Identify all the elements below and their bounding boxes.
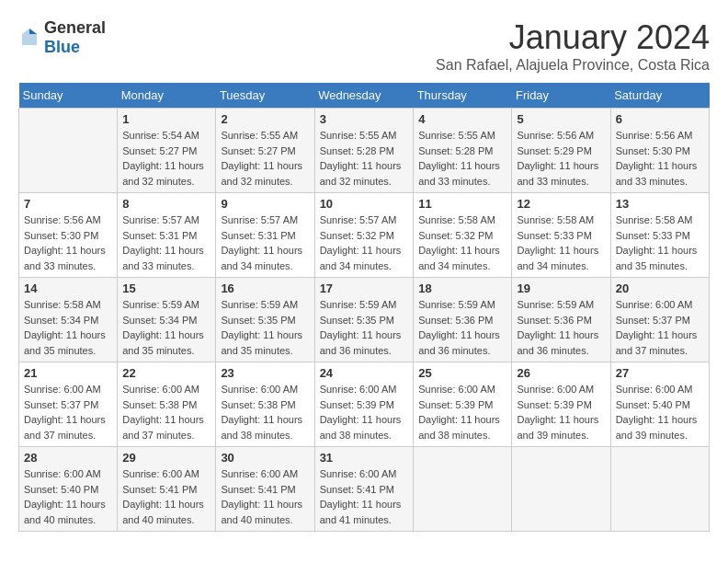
day-cell: 15 Sunrise: 5:59 AM Sunset: 5:34 PM Dayl…: [118, 278, 216, 362]
daylight: Daylight: 11 hours and 36 minutes.: [320, 329, 402, 356]
title-area: January 2024 San Rafael, Alajuela Provin…: [436, 18, 710, 74]
sunrise: Sunrise: 6:00 AM: [221, 468, 298, 479]
day-cell: 10 Sunrise: 5:57 AM Sunset: 5:32 PM Dayl…: [314, 193, 414, 278]
day-number: 21: [24, 366, 112, 380]
calendar-body: 1 Sunrise: 5:54 AM Sunset: 5:27 PM Dayli…: [19, 109, 710, 532]
sunrise: Sunrise: 6:00 AM: [616, 299, 693, 310]
day-cell: 22 Sunrise: 6:00 AM Sunset: 5:38 PM Dayl…: [118, 362, 216, 447]
sunset: Sunset: 5:30 PM: [24, 230, 98, 241]
sunrise: Sunrise: 5:59 AM: [122, 299, 199, 310]
daylight: Daylight: 11 hours and 33 minutes.: [122, 245, 204, 271]
daylight: Daylight: 11 hours and 38 minutes.: [221, 414, 302, 441]
sunset: Sunset: 5:41 PM: [122, 484, 197, 495]
sunset: Sunset: 5:35 PM: [221, 315, 295, 326]
day-info: Sunrise: 5:59 AM Sunset: 5:36 PM Dayligh…: [517, 297, 605, 358]
day-info: Sunrise: 6:00 AM Sunset: 5:38 PM Dayligh…: [122, 382, 210, 442]
day-number: 13: [616, 197, 704, 211]
day-info: Sunrise: 6:00 AM Sunset: 5:41 PM Dayligh…: [122, 466, 210, 527]
sunrise: Sunrise: 5:59 AM: [418, 299, 495, 310]
day-number: 31: [320, 451, 409, 465]
sunrise: Sunrise: 6:00 AM: [122, 468, 199, 479]
day-number: 18: [418, 282, 506, 295]
daylight: Daylight: 11 hours and 33 minutes.: [517, 160, 598, 187]
daylight: Daylight: 11 hours and 36 minutes.: [418, 329, 500, 356]
day-cell: 2 Sunrise: 5:55 AM Sunset: 5:27 PM Dayli…: [216, 109, 314, 193]
daylight: Daylight: 11 hours and 32 minutes.: [122, 160, 204, 187]
day-info: Sunrise: 6:00 AM Sunset: 5:40 PM Dayligh…: [616, 382, 704, 442]
day-cell: 29 Sunrise: 6:00 AM Sunset: 5:41 PM Dayl…: [118, 447, 216, 532]
day-cell: 19 Sunrise: 5:59 AM Sunset: 5:36 PM Dayl…: [512, 278, 610, 362]
sunrise: Sunrise: 5:56 AM: [517, 130, 594, 141]
day-info: Sunrise: 6:00 AM Sunset: 5:40 PM Dayligh…: [24, 466, 112, 527]
daylight: Daylight: 11 hours and 37 minutes.: [122, 414, 204, 441]
day-info: Sunrise: 6:00 AM Sunset: 5:41 PM Dayligh…: [320, 466, 409, 527]
sunset: Sunset: 5:37 PM: [24, 399, 98, 410]
header-cell-saturday: Saturday: [610, 83, 709, 109]
calendar-title: January 2024: [436, 18, 710, 57]
header: General Blue January 2024 San Rafael, Al…: [18, 18, 710, 74]
sunrise: Sunrise: 6:00 AM: [320, 468, 397, 479]
logo: General Blue: [18, 18, 106, 57]
day-cell: 6 Sunrise: 5:56 AM Sunset: 5:30 PM Dayli…: [610, 109, 709, 193]
daylight: Daylight: 11 hours and 34 minutes.: [320, 245, 402, 271]
day-info: Sunrise: 5:58 AM Sunset: 5:33 PM Dayligh…: [616, 213, 704, 273]
sunset: Sunset: 5:40 PM: [616, 399, 690, 410]
day-cell: 3 Sunrise: 5:55 AM Sunset: 5:28 PM Dayli…: [314, 109, 414, 193]
day-info: Sunrise: 5:55 AM Sunset: 5:27 PM Dayligh…: [221, 128, 309, 189]
sunrise: Sunrise: 5:55 AM: [221, 130, 298, 141]
day-number: 27: [616, 366, 704, 380]
sunrise: Sunrise: 5:57 AM: [122, 214, 199, 225]
day-number: 5: [517, 112, 605, 126]
sunset: Sunset: 5:28 PM: [418, 145, 493, 156]
sunrise: Sunrise: 6:00 AM: [24, 384, 101, 395]
sunset: Sunset: 5:39 PM: [517, 399, 591, 410]
day-cell: 14 Sunrise: 5:58 AM Sunset: 5:34 PM Dayl…: [19, 278, 118, 362]
sunset: Sunset: 5:34 PM: [122, 315, 197, 326]
day-info: Sunrise: 5:57 AM Sunset: 5:31 PM Dayligh…: [221, 213, 309, 273]
day-number: 10: [320, 197, 409, 211]
daylight: Daylight: 11 hours and 34 minutes.: [418, 245, 500, 271]
daylight: Daylight: 11 hours and 38 minutes.: [320, 414, 402, 441]
sunset: Sunset: 5:35 PM: [320, 315, 394, 326]
day-cell: 7 Sunrise: 5:56 AM Sunset: 5:30 PM Dayli…: [19, 193, 118, 278]
sunset: Sunset: 5:39 PM: [418, 399, 493, 410]
day-info: Sunrise: 5:59 AM Sunset: 5:34 PM Dayligh…: [122, 297, 210, 358]
sunset: Sunset: 5:32 PM: [320, 230, 394, 241]
day-cell: 4 Sunrise: 5:55 AM Sunset: 5:28 PM Dayli…: [414, 109, 512, 193]
daylight: Daylight: 11 hours and 35 minutes.: [122, 329, 204, 356]
day-number: 23: [221, 366, 309, 380]
day-number: 28: [24, 451, 112, 465]
day-info: Sunrise: 5:55 AM Sunset: 5:28 PM Dayligh…: [418, 128, 506, 189]
day-info: Sunrise: 5:54 AM Sunset: 5:27 PM Dayligh…: [122, 128, 210, 189]
day-number: 17: [320, 282, 409, 295]
daylight: Daylight: 11 hours and 35 minutes.: [616, 245, 698, 271]
day-cell: [19, 109, 118, 193]
sunrise: Sunrise: 5:56 AM: [616, 130, 693, 141]
day-cell: 28 Sunrise: 6:00 AM Sunset: 5:40 PM Dayl…: [19, 447, 118, 532]
daylight: Daylight: 11 hours and 33 minutes.: [616, 160, 698, 187]
day-info: Sunrise: 5:59 AM Sunset: 5:35 PM Dayligh…: [320, 297, 409, 358]
day-cell: 23 Sunrise: 6:00 AM Sunset: 5:38 PM Dayl…: [216, 362, 314, 447]
calendar-header: SundayMondayTuesdayWednesdayThursdayFrid…: [19, 83, 710, 109]
daylight: Daylight: 11 hours and 34 minutes.: [517, 245, 598, 271]
day-number: 26: [517, 366, 605, 380]
day-number: 30: [221, 451, 309, 465]
sunrise: Sunrise: 5:58 AM: [24, 299, 101, 310]
day-cell: 12 Sunrise: 5:58 AM Sunset: 5:33 PM Dayl…: [512, 193, 610, 278]
daylight: Daylight: 11 hours and 32 minutes.: [320, 160, 402, 187]
day-number: 6: [616, 112, 704, 126]
sunrise: Sunrise: 5:55 AM: [418, 130, 495, 141]
sunrise: Sunrise: 5:58 AM: [418, 214, 495, 225]
day-info: Sunrise: 6:00 AM Sunset: 5:37 PM Dayligh…: [616, 297, 704, 358]
day-info: Sunrise: 5:58 AM Sunset: 5:33 PM Dayligh…: [517, 213, 605, 273]
day-number: 11: [418, 197, 506, 211]
day-cell: 20 Sunrise: 6:00 AM Sunset: 5:37 PM Dayl…: [610, 278, 709, 362]
sunrise: Sunrise: 6:00 AM: [517, 384, 594, 395]
day-cell: 13 Sunrise: 5:58 AM Sunset: 5:33 PM Dayl…: [610, 193, 709, 278]
day-info: Sunrise: 5:59 AM Sunset: 5:36 PM Dayligh…: [418, 297, 506, 358]
daylight: Daylight: 11 hours and 33 minutes.: [418, 160, 500, 187]
day-info: Sunrise: 5:56 AM Sunset: 5:29 PM Dayligh…: [517, 128, 605, 189]
calendar-table: SundayMondayTuesdayWednesdayThursdayFrid…: [18, 83, 710, 532]
daylight: Daylight: 11 hours and 35 minutes.: [24, 329, 106, 356]
sunset: Sunset: 5:36 PM: [517, 315, 591, 326]
